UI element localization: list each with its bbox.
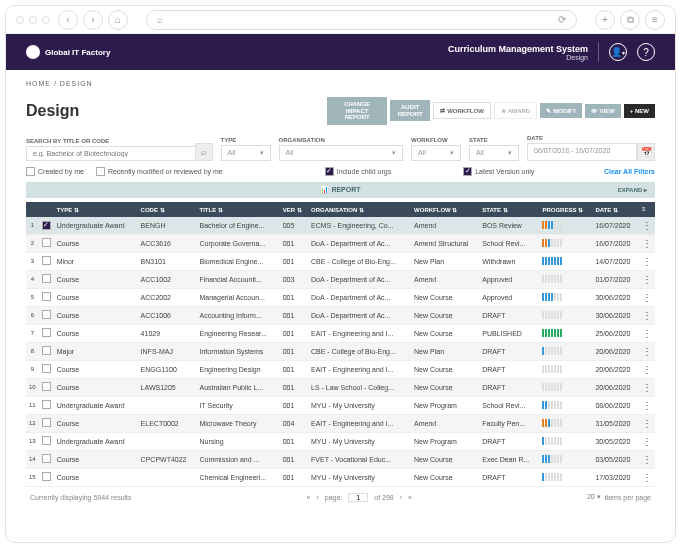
table-row[interactable]: 10CourseLAWS1205Australian Public L...00… <box>26 378 655 396</box>
date-input[interactable]: 06/07/2018 - 16/07/2020 <box>527 143 637 161</box>
table-row[interactable]: 4CourseACC1002Financial Accounti...003Do… <box>26 270 655 288</box>
col-header[interactable]: TYPE ⇅ <box>54 202 138 217</box>
progress-bar <box>542 221 589 229</box>
add-tab-button[interactable]: + <box>595 10 615 30</box>
refresh-icon[interactable]: ⟳ <box>558 14 566 25</box>
table-row[interactable]: 7Course41029Engineering Resear...001EAIT… <box>26 324 655 342</box>
state-select[interactable]: All▾ <box>469 145 519 161</box>
user-menu[interactable]: 👤▾ <box>609 43 627 61</box>
progress-bar <box>542 365 589 373</box>
row-menu[interactable]: ⋮ <box>639 360 655 378</box>
search-button[interactable]: ⌕ <box>195 143 213 161</box>
forward-button[interactable]: › <box>83 10 103 30</box>
row-menu[interactable]: ⋮ <box>639 252 655 270</box>
row-checkbox[interactable] <box>42 400 51 409</box>
col-header[interactable]: STATE ⇅ <box>479 202 539 217</box>
row-menu[interactable]: ⋮ <box>639 378 655 396</box>
table-row[interactable]: 13Undergraduate AwardNursing001MYU - My … <box>26 432 655 450</box>
row-menu[interactable]: ⋮ <box>639 432 655 450</box>
col-header[interactable]: TITLE ⇅ <box>196 202 279 217</box>
include-child-checkbox[interactable]: ✓ <box>325 167 334 176</box>
table-row[interactable]: 15CourseChemical Engineeri...001MYU - My… <box>26 468 655 486</box>
row-checkbox[interactable] <box>42 346 51 355</box>
per-page-select[interactable]: 20 ▾ <box>587 493 601 501</box>
search-input[interactable] <box>26 146 213 161</box>
audit-report-button[interactable]: AUDIT REPORT <box>390 100 430 121</box>
change-impact-button[interactable]: CHANGE IMPACT REPORT <box>327 97 387 125</box>
row-checkbox[interactable] <box>42 382 51 391</box>
breadcrumb[interactable]: HOME / DESIGN <box>26 80 655 87</box>
workflow-select[interactable]: All▾ <box>411 145 461 161</box>
row-menu[interactable]: ⋮ <box>639 217 655 235</box>
org-select[interactable]: All▾ <box>279 145 403 161</box>
menu-header[interactable]: ≡ <box>639 202 655 217</box>
home-button[interactable]: ⌂ <box>108 10 128 30</box>
row-menu[interactable]: ⋮ <box>639 306 655 324</box>
latest-version-checkbox[interactable]: ✓ <box>463 167 472 176</box>
col-header[interactable]: ORGANISATION ⇅ <box>308 202 411 217</box>
table-row[interactable]: 8MajorINFS-MAJInformation Systems001CBE … <box>26 342 655 360</box>
row-menu[interactable]: ⋮ <box>639 396 655 414</box>
row-menu[interactable]: ⋮ <box>639 288 655 306</box>
type-select[interactable]: All▾ <box>221 145 271 161</box>
progress-bar <box>542 329 589 337</box>
new-button[interactable]: + NEW <box>624 104 655 118</box>
row-menu[interactable]: ⋮ <box>639 414 655 432</box>
recently-modified-checkbox[interactable] <box>96 167 105 176</box>
row-menu[interactable]: ⋮ <box>639 468 655 486</box>
created-by-me-checkbox[interactable] <box>26 167 35 176</box>
table-row[interactable]: 5CourseACC2002Managerial Accoun...001DoA… <box>26 288 655 306</box>
row-menu[interactable]: ⋮ <box>639 324 655 342</box>
modify-button[interactable]: ✎MODIFY <box>540 103 582 118</box>
col-header[interactable]: PROGRESS ⇅ <box>539 202 592 217</box>
table-row[interactable]: 14CourseCPCPWT4022Commission and ...001F… <box>26 450 655 468</box>
report-bar[interactable]: 📊 REPORTEXPAND ▸ <box>26 182 655 198</box>
row-checkbox[interactable] <box>42 472 51 481</box>
row-checkbox[interactable] <box>42 418 51 427</box>
menu-button[interactable]: ≡ <box>645 10 665 30</box>
clear-filters-link[interactable]: Clear All Filters <box>604 168 655 175</box>
page-last[interactable]: » <box>408 494 412 501</box>
table-row[interactable]: 2CourseACC3616Corporate Governa...001DoA… <box>26 234 655 252</box>
page-prev[interactable]: ‹ <box>316 494 318 501</box>
url-bar[interactable]: ⌕⟳ <box>146 10 577 30</box>
view-button[interactable]: 👁VIEW <box>585 104 620 118</box>
row-checkbox[interactable] <box>42 328 51 337</box>
row-menu[interactable]: ⋮ <box>639 234 655 252</box>
row-checkbox[interactable] <box>42 238 51 247</box>
row-checkbox[interactable] <box>42 454 51 463</box>
table-row[interactable]: 12CourseELECT0002Microwave Theory004EAIT… <box>26 414 655 432</box>
row-menu[interactable]: ⋮ <box>639 450 655 468</box>
table-row[interactable]: 11Undergraduate AwardIT Security001MYU -… <box>26 396 655 414</box>
tabs-button[interactable]: ⧉ <box>620 10 640 30</box>
row-checkbox[interactable] <box>42 436 51 445</box>
row-menu[interactable]: ⋮ <box>639 270 655 288</box>
table-row[interactable]: 6CourseACC1006Accounting Inform...001DoA… <box>26 306 655 324</box>
expand-link[interactable]: EXPAND ▸ <box>618 186 647 193</box>
chevron-down-icon: ▾ <box>392 149 396 157</box>
table-row[interactable]: 1✓Undergraduate AwardBENGHBachelor of En… <box>26 217 655 235</box>
col-header[interactable]: VER ⇅ <box>280 202 308 217</box>
calendar-button[interactable]: 📅 <box>637 143 655 161</box>
col-header[interactable]: WORKFLOW ⇅ <box>411 202 479 217</box>
page-input[interactable] <box>348 493 368 502</box>
row-checkbox[interactable]: ✓ <box>42 221 51 230</box>
award-button[interactable]: ★AWARD <box>494 102 537 119</box>
row-checkbox[interactable] <box>42 256 51 265</box>
logo[interactable]: Global IT Factory <box>26 45 110 59</box>
table-row[interactable]: 3MinorBN3101Biomedical Engine...001CBE -… <box>26 252 655 270</box>
row-checkbox[interactable] <box>42 292 51 301</box>
col-header[interactable]: DATE ⇅ <box>592 202 639 217</box>
back-button[interactable]: ‹ <box>58 10 78 30</box>
page-next[interactable]: › <box>400 494 402 501</box>
row-checkbox[interactable] <box>42 310 51 319</box>
help-button[interactable]: ? <box>637 43 655 61</box>
row-menu[interactable]: ⋮ <box>639 342 655 360</box>
row-checkbox[interactable] <box>42 364 51 373</box>
row-checkbox[interactable] <box>42 274 51 283</box>
col-header[interactable]: CODE ⇅ <box>138 202 197 217</box>
table-row[interactable]: 9CourseENGG1100Engineering Design001EAIT… <box>26 360 655 378</box>
workflow-button[interactable]: ⇄WORKFLOW <box>433 102 491 119</box>
progress-bar <box>542 383 589 391</box>
page-first[interactable]: « <box>307 494 311 501</box>
